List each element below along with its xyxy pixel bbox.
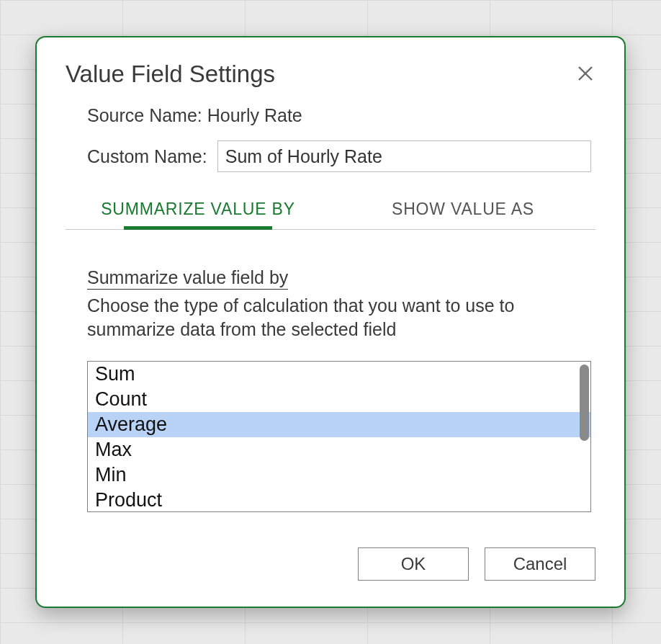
tab-bar: SUMMARIZE VALUE BY SHOW VALUE AS — [66, 192, 595, 230]
section-title: Summarize value field by — [87, 267, 288, 290]
custom-name-input[interactable] — [217, 140, 591, 172]
source-name-label: Source Name: — [87, 105, 202, 125]
tab-show-value-as[interactable]: SHOW VALUE AS — [330, 192, 595, 229]
list-item[interactable]: Sum — [88, 362, 590, 387]
list-item[interactable]: Average — [88, 412, 590, 437]
cancel-button[interactable]: Cancel — [485, 547, 595, 581]
value-field-settings-dialog: Value Field Settings Source Name: Hourly… — [35, 36, 626, 608]
dialog-title: Value Field Settings — [66, 61, 275, 88]
close-button[interactable] — [572, 61, 598, 87]
list-item[interactable]: Product — [88, 488, 590, 512]
ok-button[interactable]: OK — [358, 547, 469, 581]
list-item[interactable]: Min — [88, 462, 590, 488]
source-name-row: Source Name: Hourly Rate — [87, 105, 591, 126]
custom-name-label: Custom Name: — [87, 146, 207, 167]
tab-summarize-value-by[interactable]: SUMMARIZE VALUE BY — [66, 192, 330, 229]
list-item[interactable]: Max — [88, 437, 590, 462]
scrollbar-thumb[interactable] — [580, 365, 589, 441]
list-item[interactable]: Count — [88, 387, 590, 412]
calculation-type-listbox[interactable]: SumCountAverageMaxMinProduct — [87, 361, 591, 512]
section-description: Choose the type of calculation that you … — [87, 294, 591, 341]
source-name-value: Hourly Rate — [207, 105, 302, 125]
close-icon — [577, 62, 593, 86]
